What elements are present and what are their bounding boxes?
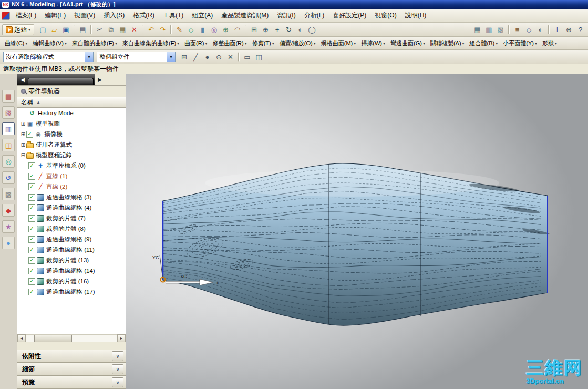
resource-bar-button[interactable]: ◫ [2,139,15,151]
graphics-viewport[interactable]: XC YC x 三維网 3Dportal.cn [126,74,588,389]
selection-tool-button[interactable]: ⊞ [179,52,190,63]
checkbox[interactable]: ✓ [28,215,35,222]
tree-row[interactable]: ⊞ ✓ 攝像機 [17,129,126,139]
selection-tool-button[interactable]: ⊙ [213,52,224,63]
tab-scroll-right-button[interactable]: ▶ [95,74,105,85]
toolbar-menu-button[interactable]: 小平面體(Y) ▾ [500,38,540,49]
toolbar-menu-button[interactable]: 修剪(T) ▾ [250,38,277,49]
checkbox[interactable]: ✓ [28,226,35,232]
column-header-name[interactable]: 名稱 ▲ [17,97,126,108]
tree-row[interactable]: ✓ 裁剪的片體 (16) [17,276,126,286]
selection-tool-button[interactable] [238,52,240,62]
scroll-right-button[interactable]: ▸ [117,334,126,342]
tree-row[interactable]: ✓ 直線 (1) [17,171,126,181]
tree-row[interactable]: ⊞ ✓ 模型視圖 [17,118,126,129]
checkbox[interactable]: ✓ [28,236,35,243]
toolbar-menu-button[interactable]: 組合體(B) ▾ [467,38,501,49]
menu-item[interactable]: 視圖(V) [70,11,99,21]
menu-item[interactable]: 格式(R) [129,11,159,21]
toolbar-button[interactable]: ✕ [129,24,140,35]
resource-bar-button[interactable]: ◆ [2,204,15,217]
tree-row[interactable]: ✓ 通過曲線網格 (14) [17,265,126,276]
scrollbar-track[interactable] [26,334,117,342]
tree-row[interactable]: ✓ 裁剪的片體 (7) [17,213,126,223]
toolbar-menu-button[interactable]: 掃掠(W) ▾ [358,38,388,49]
chevron-down-icon[interactable]: ▾ [85,52,93,62]
toolbar-button[interactable]: ◠ [232,24,243,35]
tree-row[interactable]: ✓ 直線 (2) [17,181,126,192]
chevron-down-icon[interactable]: ▾ [167,52,175,62]
toolbar-button[interactable]: ▦ [472,24,483,35]
toolbar-menu-button[interactable]: 來自體的曲線(F) ▾ [69,38,120,49]
expander-icon[interactable]: ⊟ [20,152,26,158]
toolbar-menu-button[interactable]: 曲面(R) ▾ [182,38,210,49]
menu-item[interactable]: 喜好設定(P) [328,11,370,21]
toolbar-button[interactable]: ▥ [483,24,494,35]
toolbar-button[interactable]: ◐ [535,24,546,35]
tree-row[interactable]: ✓ 裁剪的片體 (8) [17,223,126,234]
resource-bar-button[interactable]: ▤ [2,90,15,103]
selection-tool-button[interactable]: ● [202,52,213,63]
chevron-expand-icon[interactable]: ∨ [112,351,123,361]
toolbar-button[interactable]: ◇ [185,24,197,35]
toolbar-button[interactable]: ◯ [306,24,317,35]
tree-row[interactable]: ✓ 通過曲線網格 (9) [17,234,126,244]
selection-tool-button[interactable]: ◫ [253,52,264,63]
checkbox[interactable]: ✓ [28,268,35,274]
scrollbar-thumb[interactable] [34,335,72,342]
tree-row[interactable]: ✓ 基準座標系 (0) [17,160,126,171]
expander-icon[interactable]: ⊞ [20,131,26,137]
tree-row[interactable]: ⊟ ✓ 模型歷程記錄 [17,150,126,160]
menu-item[interactable]: 組立(A) [188,11,217,21]
toolbar-button[interactable]: ↷ [157,24,168,35]
toolbar-button[interactable]: ↻ [283,24,294,35]
toolbar-button[interactable] [548,25,550,34]
toolbar-button[interactable] [142,25,143,34]
start-menu-button[interactable]: 起始 ▾ [2,24,34,35]
toolbar-button[interactable]: ▮ [197,24,208,35]
chevron-expand-icon[interactable]: ∨ [112,364,123,374]
tree-row[interactable]: ✓ History Mode [17,108,126,118]
toolbar-menu-button[interactable]: 曲線(C) ▾ [2,38,30,49]
resource-bar-button[interactable]: ◎ [2,155,15,168]
resource-bar-button[interactable]: ▩ [2,188,15,200]
resource-bar-button[interactable]: ● [2,237,15,249]
toolbar-menu-button[interactable]: 關聯複製(A) ▾ [428,38,467,49]
toolbar-button[interactable]: ? [575,24,586,35]
checkbox[interactable]: ✓ [26,131,33,138]
toolbar-button[interactable] [245,25,246,34]
checkbox[interactable]: ✓ [28,278,35,285]
toolbar-button[interactable]: ▦ [117,24,128,35]
checkbox[interactable]: ✓ [28,289,35,295]
menu-item[interactable]: 說明(H) [401,11,431,21]
expander-icon[interactable]: ⊞ [20,121,26,127]
toolbar-button[interactable]: ✎ [174,24,185,35]
resource-tab[interactable] [28,78,94,85]
toolbar-button[interactable]: i [552,24,563,35]
toolbar-menu-button[interactable]: 來自曲線集的曲線(F) ▾ [120,38,182,49]
model-canvas[interactable]: XC YC x [126,74,588,389]
toolbar-menu-button[interactable]: 偏置/縮放(O) ▾ [277,38,318,49]
toolbar-button[interactable]: ▢ [37,24,48,35]
resource-bar-button[interactable]: ★ [2,220,15,233]
toolbar-button[interactable]: ⊕ [220,24,231,35]
checkbox[interactable]: ✓ [28,204,35,211]
toolbar-menu-button[interactable]: 彎邊曲面(G) ▾ [388,38,428,49]
selection-tool-button[interactable]: ╱ [190,52,201,63]
toolbar-button[interactable] [170,25,172,34]
toolbar-button[interactable]: ◎ [209,24,220,35]
menu-item[interactable]: 編輯(E) [40,11,70,21]
resource-bar-button[interactable]: ↺ [2,171,15,184]
toolbar-button[interactable] [508,25,510,34]
toolbar-button[interactable]: ⊕ [260,24,271,35]
checkbox[interactable]: ✓ [28,183,35,190]
toolbar-button[interactable]: ▧ [495,24,506,35]
chevron-expand-icon[interactable]: ∨ [112,377,123,387]
toolbar-button[interactable] [90,25,92,34]
selection-filter-dropdown[interactable]: 沒有選取篩檢程式 ▾ [3,52,94,62]
toolbar-button[interactable]: ↶ [146,24,157,35]
toolbar-button[interactable]: ▣ [60,24,71,35]
tab-scroll-left-button[interactable]: ◀ [19,77,26,83]
toolbar-menu-button[interactable]: 修整曲面(R) ▾ [210,38,249,49]
toolbar-menu-button[interactable]: 編輯曲線(V) ▾ [30,38,69,49]
